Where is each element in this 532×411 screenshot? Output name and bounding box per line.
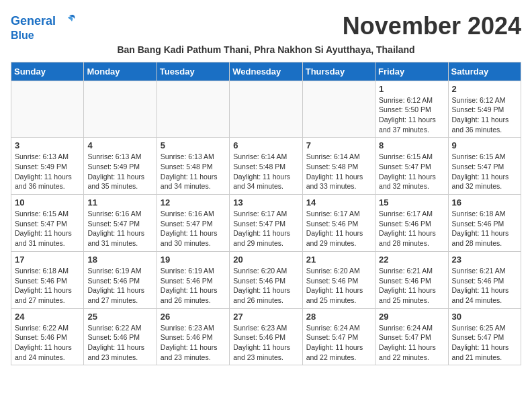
logo: General Blue bbox=[11, 11, 77, 42]
day-info: Sunrise: 6:15 AM Sunset: 5:47 PM Dayligh… bbox=[15, 209, 80, 248]
day-number: 25 bbox=[87, 312, 152, 322]
logo-text-blue: Blue bbox=[11, 30, 34, 42]
day-info: Sunrise: 6:17 AM Sunset: 5:47 PM Dayligh… bbox=[233, 209, 298, 248]
day-number: 6 bbox=[233, 140, 298, 150]
logo-bird-icon bbox=[56, 11, 77, 32]
day-number: 2 bbox=[452, 84, 517, 94]
weekday-header-friday: Friday bbox=[375, 62, 448, 81]
weekday-header-wednesday: Wednesday bbox=[230, 62, 302, 81]
day-cell: 22Sunrise: 6:21 AM Sunset: 5:46 PM Dayli… bbox=[375, 251, 448, 308]
day-number: 11 bbox=[87, 197, 152, 208]
day-info: Sunrise: 6:25 AM Sunset: 5:47 PM Dayligh… bbox=[452, 323, 517, 363]
calendar-body: 1Sunrise: 6:12 AM Sunset: 5:50 PM Daylig… bbox=[11, 81, 521, 365]
calendar-week-row: 3Sunrise: 6:13 AM Sunset: 5:49 PM Daylig… bbox=[11, 138, 521, 195]
day-info: Sunrise: 6:21 AM Sunset: 5:46 PM Dayligh… bbox=[379, 266, 444, 306]
weekday-header-tuesday: Tuesday bbox=[157, 62, 229, 81]
day-cell: 4Sunrise: 6:13 AM Sunset: 5:49 PM Daylig… bbox=[84, 138, 157, 195]
month-title: November 2024 bbox=[343, 12, 521, 40]
day-number: 1 bbox=[379, 84, 444, 94]
day-info: Sunrise: 6:13 AM Sunset: 5:49 PM Dayligh… bbox=[87, 152, 152, 191]
day-number: 17 bbox=[15, 255, 80, 265]
day-number: 23 bbox=[452, 255, 517, 265]
day-cell: 10Sunrise: 6:15 AM Sunset: 5:47 PM Dayli… bbox=[11, 195, 84, 252]
day-number: 10 bbox=[15, 197, 80, 208]
day-info: Sunrise: 6:16 AM Sunset: 5:47 PM Dayligh… bbox=[161, 209, 226, 248]
day-cell: 23Sunrise: 6:21 AM Sunset: 5:46 PM Dayli… bbox=[448, 251, 521, 308]
empty-day-cell bbox=[84, 81, 157, 138]
day-cell: 29Sunrise: 6:24 AM Sunset: 5:47 PM Dayli… bbox=[375, 308, 448, 365]
day-number: 16 bbox=[452, 197, 517, 208]
day-number: 28 bbox=[306, 312, 371, 322]
day-info: Sunrise: 6:17 AM Sunset: 5:46 PM Dayligh… bbox=[379, 209, 444, 248]
empty-day-cell bbox=[11, 81, 84, 138]
day-number: 12 bbox=[161, 197, 226, 208]
calendar-table: SundayMondayTuesdayWednesdayThursdayFrid… bbox=[11, 62, 521, 366]
day-info: Sunrise: 6:12 AM Sunset: 5:50 PM Dayligh… bbox=[379, 95, 444, 135]
day-number: 26 bbox=[161, 312, 226, 322]
day-info: Sunrise: 6:13 AM Sunset: 5:49 PM Dayligh… bbox=[15, 152, 80, 191]
day-cell: 13Sunrise: 6:17 AM Sunset: 5:47 PM Dayli… bbox=[230, 195, 302, 252]
weekday-header-sunday: Sunday bbox=[11, 62, 84, 81]
day-cell: 1Sunrise: 6:12 AM Sunset: 5:50 PM Daylig… bbox=[375, 81, 448, 138]
day-info: Sunrise: 6:21 AM Sunset: 5:46 PM Dayligh… bbox=[452, 266, 517, 306]
day-number: 29 bbox=[379, 312, 444, 322]
day-cell: 30Sunrise: 6:25 AM Sunset: 5:47 PM Dayli… bbox=[448, 308, 521, 365]
day-info: Sunrise: 6:23 AM Sunset: 5:46 PM Dayligh… bbox=[233, 323, 298, 363]
day-cell: 8Sunrise: 6:15 AM Sunset: 5:47 PM Daylig… bbox=[375, 138, 448, 195]
calendar-week-row: 17Sunrise: 6:18 AM Sunset: 5:46 PM Dayli… bbox=[11, 251, 521, 308]
day-cell: 26Sunrise: 6:23 AM Sunset: 5:46 PM Dayli… bbox=[157, 308, 229, 365]
weekday-header-monday: Monday bbox=[84, 62, 157, 81]
day-number: 22 bbox=[379, 255, 444, 265]
day-info: Sunrise: 6:24 AM Sunset: 5:47 PM Dayligh… bbox=[379, 323, 444, 363]
day-info: Sunrise: 6:12 AM Sunset: 5:49 PM Dayligh… bbox=[452, 95, 517, 135]
day-cell: 5Sunrise: 6:13 AM Sunset: 5:48 PM Daylig… bbox=[157, 138, 229, 195]
day-info: Sunrise: 6:22 AM Sunset: 5:46 PM Dayligh… bbox=[87, 323, 152, 363]
day-number: 21 bbox=[306, 255, 371, 265]
day-cell: 27Sunrise: 6:23 AM Sunset: 5:46 PM Dayli… bbox=[230, 308, 302, 365]
day-cell: 7Sunrise: 6:14 AM Sunset: 5:48 PM Daylig… bbox=[302, 138, 375, 195]
calendar-header: SundayMondayTuesdayWednesdayThursdayFrid… bbox=[11, 62, 521, 81]
day-cell: 20Sunrise: 6:20 AM Sunset: 5:46 PM Dayli… bbox=[230, 251, 302, 308]
day-info: Sunrise: 6:15 AM Sunset: 5:47 PM Dayligh… bbox=[379, 152, 444, 191]
day-number: 14 bbox=[306, 197, 371, 208]
day-number: 30 bbox=[452, 312, 517, 322]
day-info: Sunrise: 6:14 AM Sunset: 5:48 PM Dayligh… bbox=[306, 152, 371, 191]
weekday-header-saturday: Saturday bbox=[448, 62, 521, 81]
day-cell: 3Sunrise: 6:13 AM Sunset: 5:49 PM Daylig… bbox=[11, 138, 84, 195]
day-number: 3 bbox=[15, 140, 80, 150]
day-info: Sunrise: 6:15 AM Sunset: 5:47 PM Dayligh… bbox=[452, 152, 517, 191]
day-cell: 19Sunrise: 6:19 AM Sunset: 5:46 PM Dayli… bbox=[157, 251, 229, 308]
calendar-week-row: 10Sunrise: 6:15 AM Sunset: 5:47 PM Dayli… bbox=[11, 195, 521, 252]
day-info: Sunrise: 6:24 AM Sunset: 5:47 PM Dayligh… bbox=[306, 323, 371, 363]
day-number: 7 bbox=[306, 140, 371, 150]
day-cell: 25Sunrise: 6:22 AM Sunset: 5:46 PM Dayli… bbox=[84, 308, 157, 365]
day-cell: 2Sunrise: 6:12 AM Sunset: 5:49 PM Daylig… bbox=[448, 81, 521, 138]
empty-day-cell bbox=[157, 81, 229, 138]
calendar-week-row: 24Sunrise: 6:22 AM Sunset: 5:46 PM Dayli… bbox=[11, 308, 521, 365]
day-info: Sunrise: 6:18 AM Sunset: 5:46 PM Dayligh… bbox=[15, 266, 80, 306]
day-cell: 28Sunrise: 6:24 AM Sunset: 5:47 PM Dayli… bbox=[302, 308, 375, 365]
day-number: 15 bbox=[379, 197, 444, 208]
day-info: Sunrise: 6:19 AM Sunset: 5:46 PM Dayligh… bbox=[161, 266, 226, 306]
day-number: 20 bbox=[233, 255, 298, 265]
day-cell: 14Sunrise: 6:17 AM Sunset: 5:46 PM Dayli… bbox=[302, 195, 375, 252]
calendar-week-row: 1Sunrise: 6:12 AM Sunset: 5:50 PM Daylig… bbox=[11, 81, 521, 138]
day-cell: 6Sunrise: 6:14 AM Sunset: 5:48 PM Daylig… bbox=[230, 138, 302, 195]
day-info: Sunrise: 6:17 AM Sunset: 5:46 PM Dayligh… bbox=[306, 209, 371, 248]
day-info: Sunrise: 6:20 AM Sunset: 5:46 PM Dayligh… bbox=[233, 266, 298, 306]
day-number: 4 bbox=[87, 140, 152, 150]
day-number: 27 bbox=[233, 312, 298, 322]
day-number: 19 bbox=[161, 255, 226, 265]
day-info: Sunrise: 6:19 AM Sunset: 5:46 PM Dayligh… bbox=[87, 266, 152, 306]
calendar-subtitle: Ban Bang Kadi Pathum Thani, Phra Nakhon … bbox=[11, 44, 521, 55]
day-cell: 21Sunrise: 6:20 AM Sunset: 5:46 PM Dayli… bbox=[302, 251, 375, 308]
empty-day-cell bbox=[230, 81, 302, 138]
logo-text-general: General bbox=[11, 15, 56, 28]
day-cell: 16Sunrise: 6:18 AM Sunset: 5:46 PM Dayli… bbox=[448, 195, 521, 252]
day-cell: 12Sunrise: 6:16 AM Sunset: 5:47 PM Dayli… bbox=[157, 195, 229, 252]
weekday-header-thursday: Thursday bbox=[302, 62, 375, 81]
day-info: Sunrise: 6:14 AM Sunset: 5:48 PM Dayligh… bbox=[233, 152, 298, 191]
day-number: 13 bbox=[233, 197, 298, 208]
day-info: Sunrise: 6:18 AM Sunset: 5:46 PM Dayligh… bbox=[452, 209, 517, 248]
day-cell: 9Sunrise: 6:15 AM Sunset: 5:47 PM Daylig… bbox=[448, 138, 521, 195]
